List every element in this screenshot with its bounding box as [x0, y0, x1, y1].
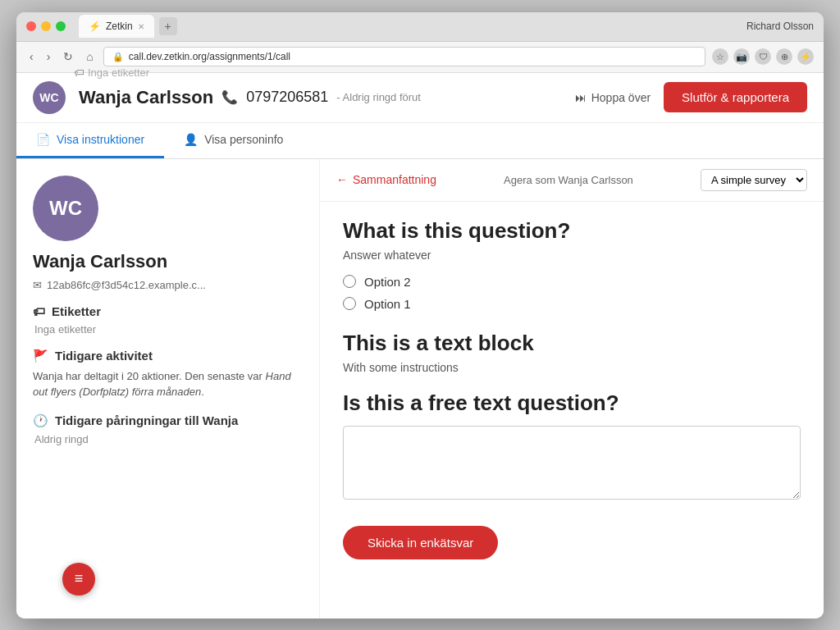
- title-bar: ⚡ Zetkin ✕ + Richard Olsson: [16, 12, 824, 42]
- header-tags-label: Inga etiketter: [88, 66, 149, 79]
- call-history-label: - Aldrig ringd förut: [336, 91, 421, 103]
- tab-icon: ⚡: [89, 21, 101, 32]
- question1-subtitle: Answer whatever: [343, 249, 801, 262]
- lock-icon: 🔒: [112, 52, 124, 62]
- reload-button[interactable]: ↻: [60, 48, 76, 65]
- agent-label: Agera som Wanja Carlsson: [504, 174, 633, 186]
- shield-icon[interactable]: 🛡: [755, 48, 771, 65]
- option2-label: Option 1: [364, 297, 411, 311]
- activity-heading: Tidigare aktivitet: [55, 349, 153, 363]
- survey-nav: ← Sammanfattning Agera som Wanja Carlsso…: [320, 159, 824, 202]
- floating-menu-button[interactable]: ≡: [62, 563, 95, 596]
- option1-label: Option 2: [364, 275, 411, 289]
- left-sidebar: WC Wanja Carlsson ✉ 12ab86fc@f3d54c12.ex…: [16, 159, 320, 619]
- skip-icon: ⏭: [575, 91, 587, 104]
- activity-period: .: [201, 386, 204, 398]
- person-name: Wanja Carlsson: [33, 251, 303, 272]
- clock-icon: 🕐: [33, 413, 48, 428]
- traffic-lights: [26, 21, 66, 31]
- app-chrome: WC Wanja Carlsson 📞 0797206581 - Aldrig …: [16, 73, 824, 619]
- tags-section-icon: 🏷: [33, 304, 45, 318]
- address-bar-actions: ☆ 📷 🛡 ⊕ ⚡: [712, 48, 814, 65]
- bookmark-icon[interactable]: ☆: [712, 48, 728, 65]
- close-button[interactable]: [26, 21, 36, 31]
- new-tab-button[interactable]: +: [159, 17, 177, 35]
- tags-heading: Etiketter: [52, 304, 101, 318]
- share-icon[interactable]: ⊕: [776, 48, 792, 65]
- header-right: ⏭ Hoppa över Slutför & rapportera: [575, 82, 807, 112]
- activity-description: Wanja har deltagit i 20 aktioner. Den se…: [33, 370, 262, 382]
- calls-section-header: 🕐 Tidigare påringningar till Wanja: [33, 413, 303, 428]
- skip-label: Hoppa över: [591, 91, 651, 104]
- instructions-icon: 📄: [36, 133, 50, 146]
- radio-option1[interactable]: Option 2: [343, 275, 801, 289]
- submit-survey-button[interactable]: Skicka in enkätsvar: [343, 526, 498, 559]
- maximize-button[interactable]: [56, 21, 66, 31]
- person-email: ✉ 12ab86fc@f3d54c12.example.c...: [33, 279, 303, 291]
- radio-option2[interactable]: Option 1: [343, 297, 801, 311]
- tab-personinfo-label: Visa personinfo: [204, 133, 283, 146]
- tab-area: ⚡ Zetkin ✕ +: [79, 15, 177, 38]
- survey-body: What is this question? Answer whatever O…: [320, 202, 824, 576]
- back-label: Sammanfattning: [353, 173, 436, 186]
- calls-content: Aldrig ringd: [34, 433, 303, 445]
- right-content: ← Sammanfattning Agera som Wanja Carlsso…: [320, 159, 824, 619]
- browser-action-icon[interactable]: ⚡: [797, 48, 814, 65]
- flag-icon: 🚩: [33, 349, 48, 363]
- tab-instructions-label: Visa instruktioner: [57, 133, 144, 146]
- question2-title: Is this a free text question?: [343, 390, 801, 416]
- tab-title: Zetkin: [106, 21, 133, 32]
- skip-button[interactable]: ⏭ Hoppa över: [575, 91, 651, 104]
- back-to-summary[interactable]: ← Sammanfattning: [336, 173, 436, 186]
- phone-icon: 📞: [221, 89, 238, 105]
- app-header: WC Wanja Carlsson 📞 0797206581 - Aldrig …: [16, 73, 824, 123]
- radio-group: Option 2 Option 1: [343, 275, 801, 311]
- finish-button[interactable]: Slutför & rapportera: [664, 82, 807, 112]
- tags-content: Inga etiketter: [34, 323, 303, 336]
- radio-input-option1[interactable]: [343, 275, 356, 288]
- tab-close-icon[interactable]: ✕: [138, 22, 144, 31]
- calls-heading: Tidigare påringningar till Wanja: [55, 413, 238, 427]
- main-layout: WC Wanja Carlsson ✉ 12ab86fc@f3d54c12.ex…: [16, 159, 824, 619]
- phone-number: 0797206581: [246, 89, 328, 106]
- question1-title: What is this question?: [343, 218, 801, 244]
- text-block-title: This is a text block: [343, 331, 801, 356]
- camera-icon[interactable]: 📷: [733, 48, 750, 65]
- back-arrow-icon: ←: [336, 173, 348, 186]
- url-text: call.dev.zetkin.org/assignments/1/call: [129, 51, 290, 62]
- back-nav-button[interactable]: ‹: [26, 48, 37, 65]
- radio-input-option2[interactable]: [343, 297, 356, 310]
- forward-nav-button[interactable]: ›: [43, 48, 54, 65]
- email-address: 12ab86fc@f3d54c12.example.c...: [47, 279, 206, 291]
- caller-avatar: WC: [33, 81, 66, 114]
- person-icon: 👤: [184, 133, 198, 146]
- minimize-button[interactable]: [41, 21, 51, 31]
- tab-instructions[interactable]: 📄 Visa instruktioner: [16, 123, 164, 158]
- tags-section-header: 🏷 Etiketter: [33, 304, 303, 318]
- activity-text: Wanja har deltagit i 20 aktioner. Den se…: [33, 368, 303, 400]
- tag-icon: 🏷: [74, 66, 84, 79]
- free-text-input[interactable]: [343, 426, 801, 500]
- survey-select[interactable]: A simple survey: [701, 169, 807, 191]
- email-icon: ✉: [33, 279, 42, 291]
- home-button[interactable]: ⌂: [83, 48, 96, 65]
- url-input[interactable]: 🔒 call.dev.zetkin.org/assignments/1/call: [103, 47, 705, 66]
- browser-tab[interactable]: ⚡ Zetkin ✕: [79, 15, 154, 38]
- caller-name: Wanja Carlsson: [79, 87, 213, 108]
- caller-info: Wanja Carlsson 📞 0797206581 - Aldrig rin…: [79, 87, 421, 108]
- person-avatar: WC: [33, 176, 98, 241]
- activity-section-header: 🚩 Tidigare aktivitet: [33, 349, 303, 363]
- text-block-body: With some instructions: [343, 361, 801, 374]
- sub-tabs: 📄 Visa instruktioner 👤 Visa personinfo: [16, 123, 824, 159]
- browser-user-label: Richard Olsson: [746, 21, 814, 32]
- tab-personinfo[interactable]: 👤 Visa personinfo: [164, 123, 303, 158]
